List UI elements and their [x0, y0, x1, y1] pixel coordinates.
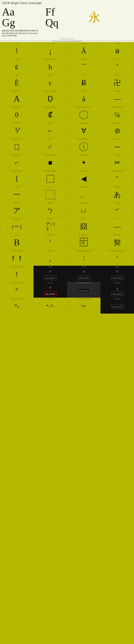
glyph-sym-enclosedideo: '	[117, 255, 118, 262]
glyph-sym-enclosedalphanums: 1	[79, 142, 88, 151]
ng-container-7: a NO GLYPH	[111, 285, 124, 296]
glyph-label-cjkexte-final: CJK Ext E	[34, 298, 67, 300]
glyph-label-noglyph-final: Sup Pack A	[101, 298, 134, 300]
glyph-label-bopomofoext: Bopomofo Ext	[67, 202, 100, 204]
glyph-cyrillicsup: Cyrillic Sup ε	[33, 74, 67, 90]
glyph-kangxi: Kangxi 一	[0, 186, 33, 202]
glyph-sym-ipaext: ɛ	[15, 63, 19, 70]
glyph-sym-cjkcompat: アパト	[45, 222, 55, 231]
glyph-label-katakana: Katakana	[0, 202, 33, 204]
glyph-sym-ocr: //	[48, 144, 52, 150]
glyph-cjk: CJK —	[101, 218, 134, 234]
glyph-sym-miscarrows: ◀	[81, 175, 86, 182]
glyph-sym-blockelements: ⌐	[15, 159, 19, 166]
ng-text-7: NO GLYPH	[113, 293, 122, 295]
svg-text:因: 因	[82, 241, 85, 244]
glyph-sym-bopomofo: ㄅ	[47, 207, 54, 214]
glyph-label-smallforms: Small Forms	[101, 234, 134, 236]
glyph-sym-miscsymbols: ✦	[81, 160, 86, 166]
glyph-noglyph-final: Sup Pack A NO GLYPH	[101, 298, 134, 314]
glyph-tibetan: Tibetan 卍	[101, 74, 134, 90]
glyph-sym-cjk: —	[114, 223, 121, 230]
glyph-label-enclosedideo: Enclosed Ideographic Sup	[101, 250, 134, 252]
glyph-letterlike: Letterlike Symbols ℅	[101, 106, 134, 122]
glyph-label-latin1sup: Latin 1 Sup	[34, 43, 67, 44]
glyph-label-geoshapesext: Geometric Shapes Ext	[0, 282, 33, 284]
glyph-ocr: OCR //	[33, 138, 67, 154]
glyph-label-noglyph-2: CJK B	[34, 266, 67, 268]
glyph-label-latinextadd: Latin Ext Additional	[34, 91, 67, 92]
glyph-bopomofo: Bopomofo ㄅ	[33, 202, 67, 218]
glyph-label-controlpics: Control Pictures	[0, 139, 33, 140]
numbers: 0123456789	[2, 34, 132, 37]
glyph-sym-encloseddev: ∶	[83, 255, 85, 262]
specimen-yong-char: 永	[89, 12, 132, 23]
glyph-label-latinextb: Latin Ext B	[101, 43, 134, 44]
glyph-miscsymbols: Misc Symbols ✦	[67, 154, 101, 170]
specimen-aa: Aa	[2, 6, 45, 17]
ng-badge-5: NO GLYPH	[44, 292, 57, 296]
glyph-sym-katakana: ア	[13, 207, 20, 214]
glyph-label-ascii: ASCII	[0, 43, 33, 44]
glyph-sym-cjkstrokes: ㇀	[114, 207, 121, 214]
specimen-ff: Ff	[45, 6, 89, 17]
glyph-cjkexte-final: CJK Ext E ꟸ¬ꟸ-	[33, 298, 67, 314]
glyph-cjkcompatideo-final: CJK Compat Ideographs Sup ꟸ6°	[67, 298, 101, 314]
glyph-arrows: Arrows ←	[33, 122, 67, 138]
glyph-label-countingrod: Counting Rod	[34, 250, 67, 252]
ng-container-2: ꟸ NO GLYPH	[44, 269, 57, 280]
glyph-sym-cjkexta: 囧	[80, 223, 87, 230]
glyph-sym-kangxi: 一	[13, 191, 20, 198]
glyph-noglyph-4: CJK D ꟸ NO GLYPH	[101, 266, 134, 282]
glyph-sym-bopomofoext: ㄩ	[80, 207, 87, 214]
glyph-punctuation: Punctuation —	[101, 90, 134, 106]
glyph-label-cjk: CJK	[101, 218, 134, 220]
alphabet-lower: abcdefghijklmnopqrstuvwxyz	[2, 32, 132, 34]
ng-badge-4: NO GLYPH	[111, 276, 124, 280]
glyph-label-miscmatha: Misc Math Symbol A	[0, 170, 33, 172]
glyph-sym-thai: Ƀ	[81, 79, 86, 86]
ng-container-6: NO GLYPH	[77, 288, 90, 293]
glyph-sym-geoshapesext2: ꟸ	[15, 288, 18, 293]
ng-char-3: ꟸ	[82, 270, 85, 275]
source-text: Font Source: http://www.fontke.com/font/…	[52, 40, 82, 42]
glyph-sym-misctechnical: ⊘	[114, 127, 120, 134]
glyph-label-noglyph-5: CJK Ext E	[34, 282, 67, 284]
glyph-sym-controlpics: ⎕	[15, 143, 19, 150]
glyph-label-punctuation: Punctuation	[101, 91, 134, 92]
glyph-label-noglyph-4: CJK D	[101, 266, 134, 268]
glyph-sym-geoshapesext3: ꟸ«	[14, 304, 19, 309]
glyph-geoshapesext-label: Geometric Shapes Ext ꟸ	[0, 282, 33, 298]
glyph-label-encloseddev: Enclosed Devanagari Sup	[67, 250, 100, 252]
glyph-noglyph-1: Geometric Shapes Ext !	[0, 266, 33, 282]
ng-container-3: ꟸ NO GLYPH	[77, 269, 90, 280]
glyph-label-phoneticext: Phonetic Ext	[0, 91, 33, 92]
credit-text: © Design by fontke.com	[60, 38, 74, 40]
glyph-sym-phoneticext: A	[13, 94, 20, 103]
glyph-label-hiragana: Hiragana	[101, 186, 134, 188]
glyph-miscmathb: Misc Math Symbols B	[33, 170, 67, 186]
specimen-ag: Aa Gg	[2, 6, 45, 28]
glyph-currency: Currency Symbols ₡	[33, 106, 67, 122]
glyph-label-thai: Thai	[67, 75, 100, 76]
glyph-grid: ASCII ! Latin 1 Sup ¡ Latin Ext A Ā Lati…	[0, 42, 134, 314]
glyph-enclosedideo: Enclosed Ideographic Sup '	[101, 250, 134, 266]
glyph-cjkcompatforms: CJK Compat Forms 因	[67, 234, 101, 250]
glyph-sym-modletters: h	[49, 63, 52, 70]
glyph-mathops: Math Operators ∀	[67, 122, 101, 138]
glyph-label-numforms: Number Forms	[0, 123, 33, 124]
glyph-sym-greek: ʻ	[116, 63, 118, 70]
glyph-label-cjkcompatforms: CJK Compat Forms	[67, 234, 100, 236]
glyph-sym-punctuation: —	[114, 95, 121, 102]
glyph-sym-cjkcompatideo-final: ꟸ6°	[81, 305, 86, 308]
glyph-sym-latin1sup: ¡	[49, 48, 51, 54]
glyph-sym-cjkradicalssup: ⺌	[115, 176, 120, 181]
glyph-sym-enclosedcjk: （一）	[9, 224, 25, 229]
glyph-label-dingbats: Dingbats	[101, 154, 134, 156]
specimen-yong: 永	[89, 12, 132, 23]
glyph-sym-verticalforms: ꜝ	[49, 239, 51, 246]
glyph-dingbats: Dingbats ✂	[101, 154, 134, 170]
glyph-label-letterlike: Letterlike Symbols	[101, 107, 134, 108]
glyph-sym-boxdrawing: ─	[115, 143, 120, 150]
glyph-label-boxdrawing: Box Drawing	[101, 139, 134, 140]
